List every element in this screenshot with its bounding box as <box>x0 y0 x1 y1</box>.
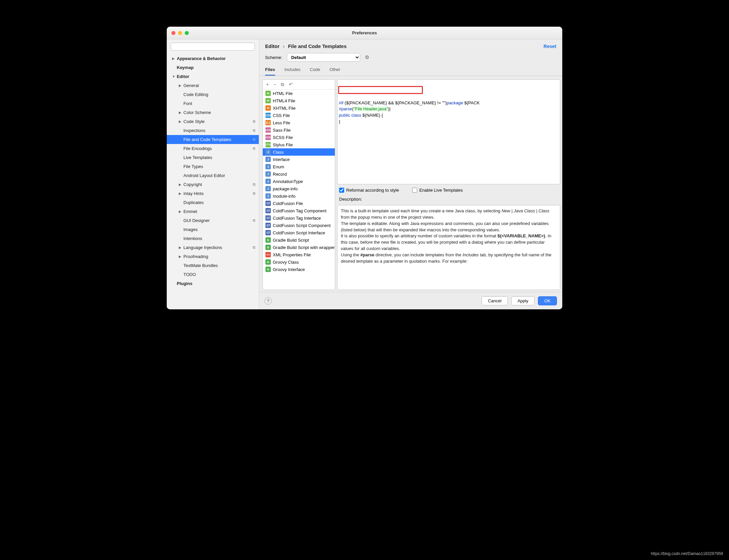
file-type-icon: STYL <box>265 142 271 147</box>
file-type-icon: G <box>265 267 271 272</box>
file-type-icon: J <box>265 149 271 155</box>
sidebar-item-inspections[interactable]: ▶Inspections⧉ <box>167 126 259 135</box>
sidebar-item-file-and-code-templates[interactable]: ▶File and Code Templates⧉ <box>167 135 259 144</box>
cancel-button[interactable]: Cancel <box>482 296 508 305</box>
file-type-icon: SASS <box>265 135 271 140</box>
template-xml-properties-file[interactable]: <>XML Properties File <box>263 251 335 258</box>
template-list[interactable]: HHTML FileHHTML4 FileHXHTML FileCSSCSS F… <box>263 90 335 290</box>
sidebar-item-inlay-hints[interactable]: ▶Inlay Hints⧉ <box>167 189 259 198</box>
settings-tree[interactable]: ▶Appearance & Behavior▶Keymap▼Editor▶Gen… <box>167 54 259 309</box>
gear-icon[interactable]: ⚙ <box>365 54 369 60</box>
sidebar-item-file-encodings[interactable]: ▶File Encodings⧉ <box>167 144 259 153</box>
tab-other[interactable]: Other <box>329 65 340 76</box>
template-interface[interactable]: JInterface <box>263 156 335 163</box>
sidebar-item-images[interactable]: ▶Images <box>167 225 259 234</box>
sidebar-item-file-types[interactable]: ▶File Types <box>167 162 259 171</box>
template-class[interactable]: JClass <box>263 148 335 156</box>
template-coldfusion-script-interface[interactable]: CfColdFusion Script Interface <box>263 229 335 236</box>
template-coldfusion-file[interactable]: CfColdFusion File <box>263 200 335 207</box>
remove-icon[interactable]: − <box>273 82 276 87</box>
ok-button[interactable]: OK <box>538 296 557 305</box>
file-type-icon: J <box>265 157 271 162</box>
search-input[interactable] <box>171 43 255 51</box>
template-html4-file[interactable]: HHTML4 File <box>263 97 335 104</box>
sidebar-item-copyright[interactable]: ▶Copyright⧉ <box>167 180 259 189</box>
tab-files[interactable]: Files <box>265 65 275 76</box>
sidebar-item-font[interactable]: ▶Font <box>167 99 259 108</box>
sidebar-item-proofreading[interactable]: ▶Proofreading <box>167 252 259 261</box>
sidebar-item-emmet[interactable]: ▶Emmet <box>167 207 259 216</box>
template-coldfusion-tag-interface[interactable]: CfColdFusion Tag Interface <box>263 214 335 222</box>
file-type-icon: J <box>265 179 271 184</box>
template-sass-file[interactable]: SASSSass File <box>263 126 335 134</box>
template-coldfusion-script-component[interactable]: CfColdFusion Script Component <box>263 222 335 229</box>
sidebar-item-editor[interactable]: ▼Editor <box>167 72 259 81</box>
sidebar-item-language-injections[interactable]: ▶Language Injections⧉ <box>167 243 259 252</box>
file-type-icon: H <box>265 98 271 103</box>
help-button[interactable]: ? <box>264 297 272 305</box>
description-box: This is a built-in template used each ti… <box>337 205 560 290</box>
scheme-label: Scheme: <box>265 55 282 60</box>
scheme-select[interactable]: Default <box>287 53 360 62</box>
template-groovy-interface[interactable]: GGroovy Interface <box>263 266 335 273</box>
window-title: Preferences <box>167 30 562 35</box>
template-groovy-class[interactable]: GGroovy Class <box>263 258 335 266</box>
apply-button[interactable]: Apply <box>511 296 535 305</box>
description-label: Description: <box>337 196 560 202</box>
template-gradle-build-script[interactable]: GGradle Build Script <box>263 236 335 244</box>
template-css-file[interactable]: CSSCSS File <box>263 112 335 119</box>
file-type-icon: CSS <box>265 113 271 118</box>
watermark: https://blog.csdn.net/Damao1183297959 <box>651 551 723 556</box>
file-type-icon: SASS <box>265 127 271 133</box>
file-type-icon: J <box>265 171 271 177</box>
add-icon[interactable]: + <box>266 82 269 87</box>
sidebar-item-android-layout-editor[interactable]: ▶Android Layout Editor <box>167 171 259 180</box>
breadcrumb: Editor › File and Code Templates <box>265 43 346 49</box>
template-less-file[interactable]: {L}Less File <box>263 119 335 126</box>
file-type-icon: <> <box>265 252 271 257</box>
file-type-icon: {L} <box>265 120 271 125</box>
sidebar-item-appearance-behavior[interactable]: ▶Appearance & Behavior <box>167 54 259 63</box>
template-annotationtype[interactable]: JAnnotationType <box>263 178 335 185</box>
main-panel: Editor › File and Code Templates Reset S… <box>259 39 562 309</box>
sidebar-item-gui-designer[interactable]: ▶GUI Designer⧉ <box>167 216 259 225</box>
sidebar-item-textmate-bundles[interactable]: ▶TextMate Bundles <box>167 261 259 270</box>
sidebar-item-live-templates[interactable]: ▶Live Templates <box>167 153 259 162</box>
reformat-checkbox[interactable]: Reformat according to style <box>339 188 399 193</box>
template-module-info[interactable]: Jmodule-info <box>263 192 335 200</box>
tab-includes[interactable]: Includes <box>284 65 300 76</box>
template-xhtml-file[interactable]: HXHTML File <box>263 104 335 112</box>
file-type-icon: Cf <box>265 223 271 228</box>
file-type-icon: Cf <box>265 201 271 206</box>
template-coldfusion-tag-component[interactable]: CfColdFusion Tag Component <box>263 207 335 214</box>
sidebar-item-color-scheme[interactable]: ▶Color Scheme <box>167 108 259 117</box>
sidebar-item-todo[interactable]: ▶TODO <box>167 270 259 279</box>
template-record[interactable]: JRecord <box>263 170 335 178</box>
file-type-icon: Cf <box>265 215 271 221</box>
reset-link[interactable]: Reset <box>544 44 556 49</box>
live-templates-checkbox[interactable]: Enable Live Templates <box>412 188 463 193</box>
preferences-window: Preferences ⌕ ▶Appearance & Behavior▶Key… <box>167 27 562 309</box>
file-type-icon: H <box>265 91 271 96</box>
sidebar-item-general[interactable]: ▶General <box>167 81 259 90</box>
file-type-icon: G <box>265 259 271 265</box>
tab-code[interactable]: Code <box>310 65 320 76</box>
copy-icon[interactable]: ⧉ <box>281 82 284 87</box>
sidebar-item-duplicates[interactable]: ▶Duplicates <box>167 198 259 207</box>
file-type-icon: Cf <box>265 208 271 213</box>
file-type-icon: J <box>265 164 271 169</box>
template-html-file[interactable]: HHTML File <box>263 90 335 97</box>
sidebar-item-code-editing[interactable]: ▶Code Editing <box>167 90 259 99</box>
template-gradle-build-script-with-wrapper[interactable]: GGradle Build Script with wrapper <box>263 244 335 251</box>
sidebar: ⌕ ▶Appearance & Behavior▶Keymap▼Editor▶G… <box>167 39 259 309</box>
sidebar-item-keymap[interactable]: ▶Keymap <box>167 63 259 72</box>
template-enum[interactable]: JEnum <box>263 163 335 170</box>
sidebar-item-intentions[interactable]: ▶Intentions <box>167 234 259 243</box>
sidebar-item-plugins[interactable]: ▶Plugins <box>167 279 259 288</box>
template-scss-file[interactable]: SASSSCSS File <box>263 134 335 141</box>
template-editor[interactable]: #if (${PACKAGE_NAME} && ${PACKAGE_NAME} … <box>337 79 560 184</box>
undo-icon[interactable]: ↶ <box>289 82 293 87</box>
template-stylus-file[interactable]: STYLStylus File <box>263 141 335 148</box>
sidebar-item-code-style[interactable]: ▶Code Style⧉ <box>167 117 259 126</box>
template-package-info[interactable]: Jpackage-info <box>263 185 335 192</box>
